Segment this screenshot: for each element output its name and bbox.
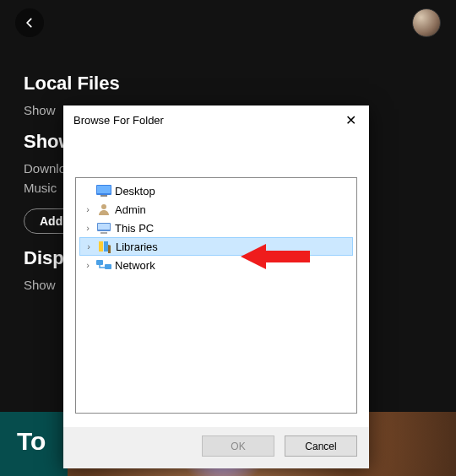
folder-tree[interactable]: › Desktop › Admin › This PC: [75, 177, 357, 414]
svg-rect-10: [96, 260, 103, 265]
libraries-icon: [97, 240, 112, 253]
svg-rect-6: [100, 232, 107, 234]
tree-item-network[interactable]: › Network: [79, 256, 353, 274]
tree-label: Libraries: [116, 241, 158, 253]
svg-point-3: [101, 204, 106, 209]
expander-icon[interactable]: ›: [83, 204, 93, 214]
svg-marker-12: [241, 244, 310, 269]
svg-rect-7: [99, 241, 103, 252]
tree-item-libraries[interactable]: › Libraries: [79, 237, 353, 256]
tree-label: Network: [115, 259, 155, 272]
section-title-local-files: Local Files: [24, 73, 432, 95]
dialog-title: Browse For Folder: [73, 114, 164, 127]
avatar[interactable]: [412, 8, 441, 37]
tree-item-admin[interactable]: › Admin: [79, 200, 353, 219]
this-pc-icon: [96, 221, 111, 235]
tree-item-desktop[interactable]: › Desktop: [79, 181, 353, 200]
annotation-arrow: [241, 242, 310, 273]
tree-label: Desktop: [115, 185, 155, 197]
svg-rect-8: [104, 241, 108, 252]
tree-label: Admin: [115, 203, 146, 216]
svg-rect-1: [97, 186, 111, 193]
expander-icon[interactable]: ›: [83, 223, 93, 233]
desktop-icon: [96, 184, 111, 197]
svg-rect-5: [98, 224, 110, 230]
user-icon: [96, 203, 111, 216]
browse-folder-dialog: Browse For Folder ✕ › Desktop › Admin ›: [63, 105, 369, 468]
close-button[interactable]: ✕: [342, 112, 359, 128]
expander-icon[interactable]: ›: [84, 241, 94, 252]
network-icon: [96, 258, 111, 272]
expander-icon[interactable]: ›: [83, 260, 93, 270]
bottom-tile-left[interactable]: To: [0, 412, 68, 476]
chevron-left-icon: [24, 17, 35, 29]
back-button[interactable]: [15, 8, 44, 37]
tree-label: This PC: [115, 222, 154, 235]
cancel-button[interactable]: Cancel: [285, 435, 357, 457]
ok-button: OK: [202, 435, 274, 457]
svg-rect-2: [100, 195, 107, 197]
tree-item-this-pc[interactable]: › This PC: [79, 219, 353, 237]
svg-rect-9: [108, 245, 111, 253]
